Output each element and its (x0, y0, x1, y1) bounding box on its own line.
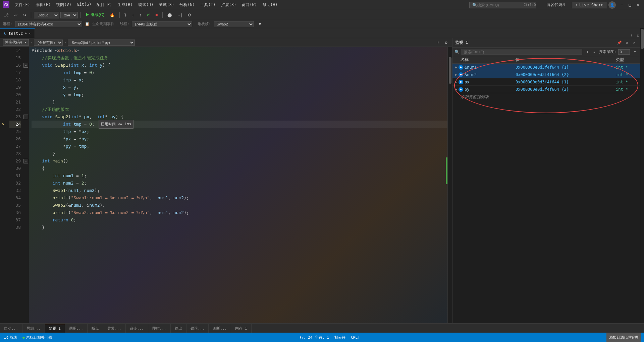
debug-config-dropdown[interactable]: Debug Release (34, 12, 59, 18)
cg-14 (23, 47, 29, 54)
tab-test-c[interactable]: C test.c ● ✕ (0, 28, 35, 38)
pin-icon[interactable]: 📌 (616, 40, 623, 46)
platform-dropdown[interactable]: x64 x86 (60, 12, 78, 18)
bottom-tab-immediate[interactable]: 即时... (148, 324, 171, 333)
depth-dropdown-icon[interactable]: ▾ (632, 49, 638, 55)
stack-expand-button[interactable]: ▼ (257, 22, 263, 26)
bottom-tab-output[interactable]: 输出 (171, 324, 186, 333)
scope-dropdown[interactable]: (全局范围) (34, 40, 63, 46)
status-line-ending[interactable]: CRLF (350, 335, 361, 340)
step-out-button[interactable]: ↑ (137, 12, 143, 18)
code-line-18: tmp = x; (32, 76, 447, 84)
status-tab[interactable]: 制表符 (333, 335, 347, 340)
bottom-tab-auto[interactable]: 自动... (0, 324, 22, 333)
menu-project[interactable]: 项目(P) (94, 1, 115, 8)
watch-search-input[interactable] (462, 49, 582, 55)
undo-button[interactable]: ↩ (12, 12, 19, 18)
line-num-36: 36 (9, 209, 21, 216)
process-dropdown[interactable]: [3184] 博客代码4.exe (15, 21, 82, 27)
add-watch-row[interactable]: 添加要监视的项 (452, 93, 640, 100)
status-issues[interactable]: ● 未找到相关问题 (21, 335, 53, 340)
cg-29[interactable]: − (23, 157, 29, 165)
new-tab-button[interactable]: ⬇ (629, 33, 635, 38)
project-dropdown[interactable]: 博客代码4 ▾ (3, 39, 29, 46)
unpin-icon[interactable]: ⊕ (624, 40, 630, 46)
watch-row-num1[interactable]: ▶ ● &num1 0x000000e0d3f4f644 {1} int * (452, 64, 640, 71)
bottom-tab-commands[interactable]: 命令... (126, 324, 148, 333)
menu-test[interactable]: 测试(S) (156, 1, 177, 8)
redo-button[interactable]: ↪ (21, 12, 28, 18)
bottom-tab-errors[interactable]: 错误... (186, 324, 209, 333)
menu-build[interactable]: 生成(B) (115, 1, 136, 8)
watch-name-py: py (465, 87, 469, 92)
menu-file[interactable]: 文件(F) (12, 1, 33, 8)
status-row-col[interactable]: 行: 24 字符: 1 (299, 335, 330, 340)
git-icon[interactable]: ⎇ (2, 12, 11, 18)
tab-close-button[interactable]: ✕ (29, 31, 31, 35)
bottom-tab-local[interactable]: 局部... (22, 324, 45, 333)
watch-row-px[interactable]: ▶ ● px 0x000000e0d3f4f644 {1} int * (452, 78, 640, 86)
breakpoint-button[interactable]: ⬤ (165, 12, 174, 18)
close-button[interactable]: ✕ (635, 2, 641, 8)
search-up-icon[interactable]: ↑ (584, 49, 590, 55)
watch-close-button[interactable]: ✕ (631, 40, 637, 46)
code-line-21: } (32, 98, 447, 106)
menu-analyze[interactable]: 分析(N) (177, 1, 198, 8)
status-git[interactable]: ⎇ 就绪 (3, 335, 18, 340)
continue-button[interactable]: ▶ 继续(C) (84, 11, 106, 18)
code-editor[interactable]: #include <stdio.h> //实现成函数，但是不能完成任务 void… (29, 47, 447, 323)
menu-git[interactable]: Git(G) (74, 1, 94, 8)
menu-view[interactable]: 视图(V) (53, 1, 74, 8)
menu-extensions[interactable]: 扩展(X) (218, 1, 239, 8)
menu-tools[interactable]: 工具(T) (198, 1, 218, 8)
search-input[interactable] (477, 3, 524, 7)
menu-window[interactable]: 窗口(W) (239, 1, 260, 8)
watch-scrollbar-thumb[interactable] (641, 29, 644, 49)
minimize-editor-btn[interactable]: ⬇ (435, 39, 441, 46)
expand-icon-num2[interactable]: ▶ (455, 73, 457, 76)
bottom-tab-watch1[interactable]: 监视 1 (45, 324, 65, 333)
search-icon: 🔍 (472, 3, 477, 7)
editor-scrollbar[interactable] (447, 47, 452, 323)
window-controls: ─ □ ✕ (619, 2, 641, 8)
watch-row-num2[interactable]: ▶ ● &num2 0x000000e0d3f4f664 {2} int * (452, 71, 640, 78)
expand-icon-px[interactable]: ▶ (455, 80, 457, 84)
menu-edit[interactable]: 编辑(E) (33, 1, 54, 8)
maximize-button[interactable]: □ (627, 2, 633, 8)
restart-button[interactable]: ↺ (145, 12, 152, 18)
account-icon[interactable]: 👤 (608, 1, 616, 9)
watch-scrollbar[interactable] (640, 28, 644, 162)
autos-button[interactable]: ⚙ (185, 12, 193, 18)
run-to-click[interactable]: →| (175, 12, 184, 18)
cg-16[interactable]: − (23, 62, 29, 69)
step-into-button[interactable]: ↓ (130, 12, 136, 18)
scrollbar-thumb[interactable] (449, 57, 451, 84)
menu-help[interactable]: 帮助(H) (260, 1, 280, 8)
cg-23[interactable]: − (23, 113, 29, 121)
bottom-tab-diagnostics[interactable]: 诊断... (209, 324, 231, 333)
bottom-tab-breakpoints[interactable]: 断点 (88, 324, 103, 333)
lifecycle-label: 生命周期事件 (92, 21, 114, 26)
depth-input[interactable] (618, 49, 630, 55)
search-down-icon[interactable]: ↓ (591, 49, 597, 55)
bottom-tab-callstack[interactable]: 调用... (65, 324, 88, 333)
function-dropdown[interactable]: Swap2(int * px, int * py) (68, 40, 135, 46)
settings-editor-btn[interactable]: ⚙ (443, 39, 449, 46)
bottom-tab-memory1[interactable]: 内存 1 (231, 324, 251, 333)
add-source-control[interactable]: 添加到源代码管理 (606, 333, 641, 342)
col-text: 字符: 1 (315, 335, 329, 340)
watch-row-py[interactable]: ▶ ● py 0x000000e0d3f4f664 {2} int * (452, 86, 640, 93)
liveshare-button[interactable]: ⚡ Live Share (572, 2, 607, 8)
step-over-button[interactable]: ⤵ (122, 12, 128, 18)
stack-dropdown[interactable]: Swap2 (214, 21, 254, 27)
expand-icon-num1[interactable]: ▶ (455, 65, 457, 69)
minimize-button[interactable]: ─ (619, 2, 625, 8)
stop-button[interactable]: ■ (153, 12, 160, 18)
expand-icon-py[interactable]: ▶ (455, 87, 457, 91)
cg-24 (23, 121, 29, 128)
bottom-tab-exceptions[interactable]: 异常... (103, 324, 126, 333)
cg-28 (23, 150, 29, 157)
thread-dropdown[interactable]: [7440] 主线程 (132, 21, 192, 27)
hot-reload-button[interactable]: 🔥 (108, 12, 117, 18)
menu-debug[interactable]: 调试(D) (136, 1, 156, 8)
